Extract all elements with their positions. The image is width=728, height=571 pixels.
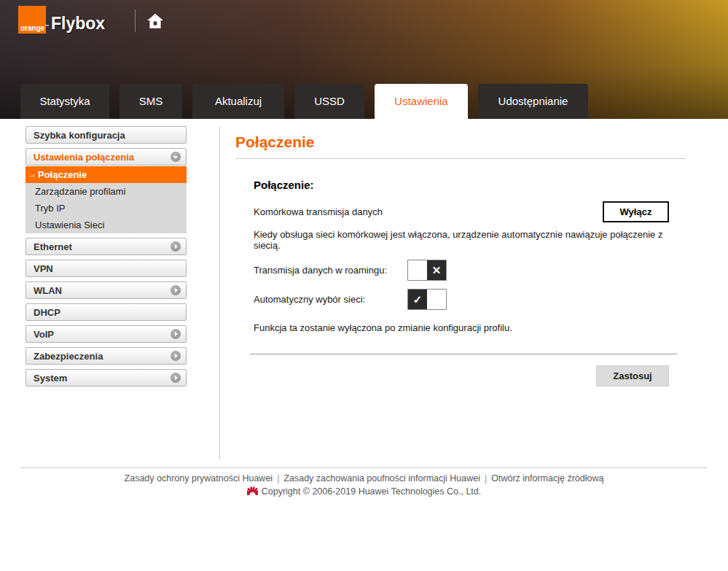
sidebar-subitem-zarzadzanie-profilami[interactable]: Zarządzanie profilami — [26, 183, 187, 200]
sidebar-item-label: System — [34, 373, 67, 384]
sidebar: Szybka konfiguracja Ustawienia połączeni… — [26, 126, 187, 391]
sidebar-item-wlan[interactable]: WLAN — [26, 281, 187, 299]
sidebar-item-ethernet[interactable]: Ethernet — [26, 238, 187, 255]
footer-divider — [20, 467, 707, 468]
main-content: Połączenie Połączenie: Komórkowa transmi… — [235, 128, 686, 387]
section-divider — [250, 354, 677, 354]
sidebar-subitem-label: Ustawienia Sieci — [35, 217, 104, 233]
sidebar-item-label: Ethernet — [34, 241, 72, 252]
sidebar-item-dhcp[interactable]: DHCP — [26, 303, 187, 321]
open-source-info-link[interactable]: Otwórz informację źródłową — [491, 473, 603, 483]
sidebar-subitem-tryb-ip[interactable]: Tryb IP — [26, 200, 187, 217]
sidebar-item-ustawienia-polaczenia[interactable]: Ustawienia połączenia — [26, 148, 187, 166]
privacy-policy-link[interactable]: Zasady ochrony prywatności Huawei — [125, 473, 273, 483]
connection-info-text: Kiedy obsługa sieci komórkowej jest włąc… — [254, 229, 669, 251]
page-title: Połączenie — [235, 128, 686, 159]
sidebar-item-label: VoIP — [34, 329, 54, 340]
orange-logo-text: orange™ — [20, 24, 49, 32]
tab-bar: Statystyka SMS Aktualizuj USSD Ustawieni… — [20, 84, 588, 119]
roaming-row: Transmisja danych w roamingu: ✕ — [254, 260, 669, 281]
roaming-toggle[interactable]: ✕ — [407, 260, 447, 281]
sidebar-subitem-label: Zarządzanie profilami — [35, 183, 125, 200]
mobile-data-row: Komórkowa transmisja danych Wyłącz — [254, 201, 669, 222]
home-icon — [146, 22, 165, 33]
sidebar-item-system[interactable]: System — [26, 369, 187, 387]
tab-ustawienia[interactable]: Ustawienia — [375, 84, 468, 119]
footer: Zasady ochrony prywatności Huawei|Zasady… — [0, 473, 728, 497]
trademark-symbol: ™ — [44, 24, 49, 28]
content-divider — [219, 126, 220, 459]
confidentiality-link[interactable]: Zasady zachowania poufności informacji H… — [283, 473, 480, 483]
footer-separator: | — [485, 473, 487, 483]
sidebar-item-zabezpieczenia[interactable]: Zabezpieczenia — [26, 347, 187, 365]
sidebar-item-voip[interactable]: VoIP — [26, 325, 187, 343]
sidebar-subitem-ustawienia-sieci[interactable]: Ustawienia Sieci — [26, 217, 187, 233]
sidebar-item-szybka-konfiguracja[interactable]: Szybka konfiguracja — [26, 126, 187, 144]
orange-logo: orange™ — [18, 6, 46, 34]
chevron-right-icon — [171, 351, 181, 361]
apply-button[interactable]: Zastosuj — [596, 365, 669, 387]
sidebar-subitem-label: Tryb IP — [35, 200, 65, 217]
auto-network-toggle[interactable]: ✓ — [407, 289, 447, 310]
huawei-logo-icon — [247, 486, 258, 497]
header: orange™ Flybox Statystyka SMS Aktualizuj… — [0, 0, 728, 119]
toggle-off-side — [408, 260, 427, 280]
copyright-text: Copyright © 2006-2019 Huawei Technologie… — [262, 486, 482, 497]
sidebar-item-label: Szybka konfiguracja — [34, 130, 125, 141]
header-separator — [135, 9, 136, 32]
footer-links: Zasady ochrony prywatności Huawei|Zasady… — [0, 473, 728, 483]
sidebar-item-label: Ustawienia połączenia — [34, 152, 134, 163]
check-icon: ✓ — [408, 290, 427, 309]
chevron-down-icon — [171, 152, 181, 162]
chevron-right-icon — [171, 285, 181, 295]
chevron-right-icon — [171, 373, 181, 383]
apply-row: Zastosuj — [254, 365, 669, 387]
tab-ussd[interactable]: USSD — [294, 84, 364, 119]
toggle-off-side — [427, 290, 446, 309]
connection-section: Połączenie: Komórkowa transmisja danych … — [235, 179, 686, 387]
tab-udostepnianie[interactable]: Udostępnianie — [478, 84, 588, 119]
sidebar-item-vpn[interactable]: VPN — [26, 260, 187, 277]
copyright-row: Copyright © 2006-2019 Huawei Technologie… — [0, 486, 728, 497]
chevron-right-icon — [171, 329, 181, 339]
auto-network-label: Automatyczny wybór sieci: — [254, 294, 407, 305]
sidebar-submenu-ustawienia-polaczenia: → Połączenie Zarządzanie profilami Tryb … — [26, 166, 187, 233]
flybox-admin-page: orange™ Flybox Statystyka SMS Aktualizuj… — [0, 0, 728, 571]
selected-arrow-icon: → — [28, 166, 36, 183]
sidebar-item-label: VPN — [34, 263, 53, 274]
tab-sms[interactable]: SMS — [120, 84, 182, 119]
disable-button[interactable]: Wyłącz — [603, 201, 669, 222]
sidebar-item-label: WLAN — [34, 285, 62, 296]
footer-separator: | — [277, 473, 279, 483]
section-title: Połączenie: — [254, 179, 669, 191]
sidebar-subitem-polaczenie[interactable]: → Połączenie — [26, 166, 187, 183]
tab-statystyka[interactable]: Statystyka — [20, 84, 109, 119]
sidebar-subitem-label: Połączenie — [38, 166, 87, 183]
chevron-right-icon — [171, 241, 181, 252]
home-button[interactable] — [146, 12, 165, 31]
tab-aktualizuj[interactable]: Aktualizuj — [192, 84, 284, 119]
brand-title: Flybox — [51, 14, 105, 34]
profile-note-text: Funkcja ta zostanie wyłączona po zmianie… — [254, 322, 669, 333]
auto-network-row: Automatyczny wybór sieci: ✓ — [254, 289, 669, 310]
mobile-data-label: Komórkowa transmisja danych — [254, 206, 383, 217]
roaming-label: Transmisja danych w roamingu: — [254, 265, 407, 276]
cross-icon: ✕ — [427, 260, 446, 280]
sidebar-item-label: Zabezpieczenia — [34, 351, 103, 362]
sidebar-item-label: DHCP — [34, 307, 60, 318]
